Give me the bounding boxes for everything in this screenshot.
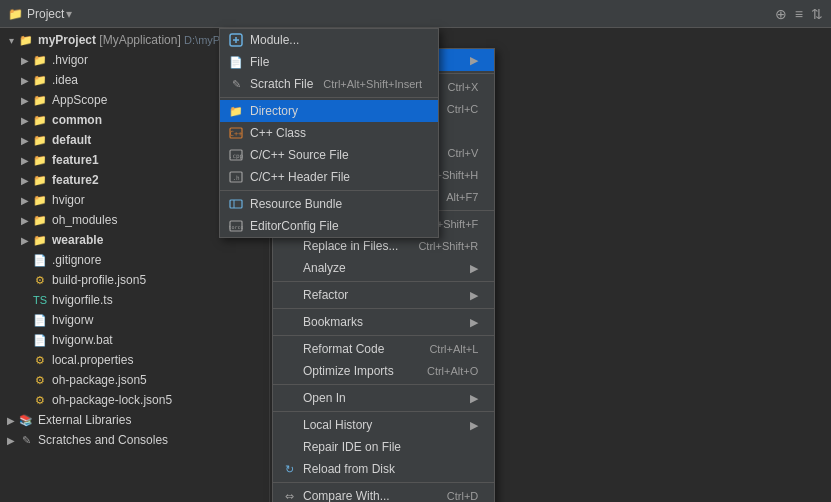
optimize-shortcut: Ctrl+Alt+O [427, 365, 478, 377]
toolbar-icons: ⊕ ≡ ⇅ [775, 6, 823, 22]
open-in-arrow: ▶ [470, 392, 478, 405]
bookmarks-arrow: ▶ [470, 316, 478, 329]
file-new-icon: 📄 [228, 54, 244, 70]
svg-text:.h: .h [232, 174, 240, 181]
reload-label: Reload from Disk [303, 462, 478, 476]
svg-text:.cpp: .cpp [229, 152, 243, 160]
cut-shortcut: Ctrl+X [447, 81, 478, 93]
context-menu-reload[interactable]: ↻ Reload from Disk [273, 458, 494, 480]
separator-7 [273, 411, 494, 412]
optimize-icon [281, 363, 297, 379]
editorconfig-label: EditorConfig File [250, 219, 422, 233]
separator-8 [273, 482, 494, 483]
submenu-directory[interactable]: 📁 Directory [220, 100, 438, 122]
open-in-label: Open In [303, 391, 462, 405]
submenu-sep-2 [220, 190, 438, 191]
context-menu-reformat[interactable]: Reformat Code Ctrl+Alt+L [273, 338, 494, 360]
cpp-header-icon: .h [228, 169, 244, 185]
svg-text:.editorconfig: .editorconfig [229, 224, 243, 231]
submenu-sep-1 [220, 97, 438, 98]
replace-in-files-label: Replace in Files... [303, 239, 398, 253]
local-history-icon [281, 417, 297, 433]
repair-ide-label: Repair IDE on File [303, 440, 478, 454]
submenu-cpp-source[interactable]: .cpp C/C++ Source File [220, 144, 438, 166]
refactor-arrow: ▶ [470, 289, 478, 302]
cpp-source-icon: .cpp [228, 147, 244, 163]
context-menu-compare[interactable]: ⇔ Compare With... Ctrl+D [273, 485, 494, 502]
cpp-header-label: C/C++ Header File [250, 170, 422, 184]
analyze-arrow: ▶ [470, 262, 478, 275]
list-icon[interactable]: ≡ [795, 6, 803, 22]
context-menu-analyze[interactable]: Analyze ▶ [273, 257, 494, 279]
project-icon: 📁 [8, 7, 23, 21]
resource-icon [228, 196, 244, 212]
analyze-icon [281, 260, 297, 276]
replace-in-files-icon [281, 238, 297, 254]
repair-ide-icon [281, 439, 297, 455]
scratch-label: Scratch File [250, 77, 323, 91]
project-label[interactable]: Project [27, 7, 64, 21]
local-history-arrow: ▶ [470, 419, 478, 432]
submenu-resource-bundle[interactable]: Resource Bundle [220, 193, 438, 215]
context-menu-overlay: New ▶ ✂ Cut Ctrl+X ⎘ Copy Ctrl+C Copy Pa… [0, 28, 831, 502]
separator-5 [273, 335, 494, 336]
submenu-file[interactable]: 📄 File [220, 51, 438, 73]
toolbar: 📁 Project ▾ ⊕ ≡ ⇅ [0, 0, 831, 28]
bookmarks-label: Bookmarks [303, 315, 462, 329]
svg-text:C++: C++ [230, 130, 243, 138]
optimize-label: Optimize Imports [303, 364, 407, 378]
separator-6 [273, 384, 494, 385]
refactor-label: Refactor [303, 288, 462, 302]
submenu-editorconfig[interactable]: .editorconfig EditorConfig File [220, 215, 438, 237]
cpp-class-label: C++ Class [250, 126, 422, 140]
submenu-module[interactable]: Module... [220, 29, 438, 51]
compare-shortcut: Ctrl+D [447, 490, 478, 502]
reformat-shortcut: Ctrl+Alt+L [429, 343, 478, 355]
paste-shortcut: Ctrl+V [447, 147, 478, 159]
new-arrow: ▶ [470, 54, 478, 67]
context-menu-replace-in-files[interactable]: Replace in Files... Ctrl+Shift+R [273, 235, 494, 257]
directory-label: Directory [250, 104, 422, 118]
cpp-class-icon: C++ [228, 125, 244, 141]
bookmarks-icon [281, 314, 297, 330]
local-history-label: Local History [303, 418, 462, 432]
project-dropdown-icon[interactable]: ▾ [66, 7, 72, 21]
reformat-icon [281, 341, 297, 357]
find-usages-shortcut: Alt+F7 [446, 191, 478, 203]
refactor-icon [281, 287, 297, 303]
scratch-icon: ✎ [228, 76, 244, 92]
directory-icon: 📁 [228, 103, 244, 119]
cpp-source-label: C/C++ Source File [250, 148, 422, 162]
scratch-shortcut: Ctrl+Alt+Shift+Insert [323, 78, 422, 90]
svg-rect-7 [230, 200, 242, 208]
context-menu-optimize[interactable]: Optimize Imports Ctrl+Alt+O [273, 360, 494, 382]
module-icon [228, 32, 244, 48]
submenu-cpp-class[interactable]: C++ C++ Class [220, 122, 438, 144]
replace-in-files-shortcut: Ctrl+Shift+R [418, 240, 478, 252]
reload-icon: ↻ [281, 461, 297, 477]
settings-icon[interactable]: ⊕ [775, 6, 787, 22]
context-menu-local-history[interactable]: Local History ▶ [273, 414, 494, 436]
context-menu-bookmarks[interactable]: Bookmarks ▶ [273, 311, 494, 333]
context-menu-open-in[interactable]: Open In ▶ [273, 387, 494, 409]
module-label: Module... [250, 33, 422, 47]
compare-label: Compare With... [303, 489, 427, 502]
separator-3 [273, 281, 494, 282]
submenu-scratch[interactable]: ✎ Scratch File Ctrl+Alt+Shift+Insert [220, 73, 438, 95]
submenu-new: Module... 📄 File ✎ Scratch File Ctrl+Alt… [219, 28, 439, 238]
open-in-icon [281, 390, 297, 406]
analyze-label: Analyze [303, 261, 462, 275]
separator-4 [273, 308, 494, 309]
reformat-label: Reformat Code [303, 342, 409, 356]
compare-icon: ⇔ [281, 488, 297, 502]
sort-icon[interactable]: ⇅ [811, 6, 823, 22]
main-area: ▾ 📁 myProject [MyApplication] D:\myProje… [0, 28, 831, 502]
copy-shortcut: Ctrl+C [447, 103, 478, 115]
editorconfig-icon: .editorconfig [228, 218, 244, 234]
context-menu-repair-ide[interactable]: Repair IDE on File [273, 436, 494, 458]
submenu-cpp-header[interactable]: .h C/C++ Header File [220, 166, 438, 188]
resource-bundle-label: Resource Bundle [250, 197, 422, 211]
context-menu-refactor[interactable]: Refactor ▶ [273, 284, 494, 306]
file-label: File [250, 55, 422, 69]
